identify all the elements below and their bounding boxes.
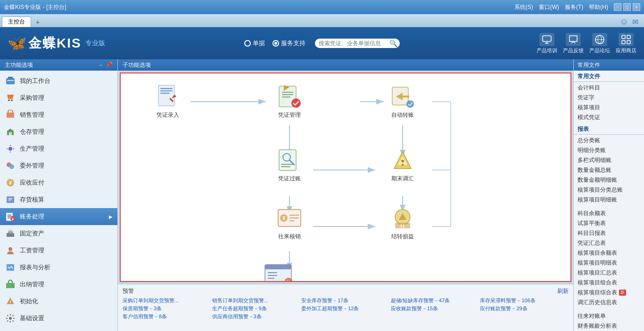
right-item-calc-comprehensive[interactable]: 核算项目综合表 新 <box>574 288 644 298</box>
right-item-voucher-summary[interactable]: 凭证汇总表 <box>574 238 644 248</box>
right-item-calc-class-total[interactable]: 核算项目分类总账 <box>574 185 644 195</box>
right-item-age-analysis[interactable]: 财务账龄分析表 <box>574 321 644 331</box>
preview-item-6[interactable]: 生产任务超期预警－9条 <box>212 305 301 312</box>
svg-point-13 <box>8 147 12 151</box>
right-item-qty-detail[interactable]: 数量金额明细账 <box>574 175 644 185</box>
right-item-counterpart-statement[interactable]: 往来对账单 <box>574 311 644 321</box>
sidebar-item-sales-label: 销售管理 <box>20 111 44 119</box>
right-item-calc-combine[interactable]: 核算项目组合表 <box>574 278 644 288</box>
radio-group: 单据 服务支持 <box>244 39 305 48</box>
preview-item-1[interactable]: 销售订单到期交货预警... <box>212 297 301 304</box>
payroll-icon <box>5 245 16 256</box>
node-voucher-entry[interactable]: 凭证录入 <box>149 83 187 119</box>
preview-item-2[interactable]: 安全库存预警－17条 <box>301 297 390 304</box>
radio-voucher[interactable]: 单据 <box>244 39 265 48</box>
sidebar-item-init-label: 初始化 <box>20 297 38 306</box>
node-carry-profit[interactable]: 转 结转损益 <box>384 204 421 241</box>
preview-item-0[interactable]: 采购订单到期交货预警... <box>123 297 211 304</box>
radio-dot-service <box>272 40 279 47</box>
preview-item-5[interactable]: 保质期预警－3条 <box>123 305 211 312</box>
sidebar-item-warehouse[interactable]: 仓存管理 <box>0 123 117 140</box>
sidebar-item-accounting[interactable]: ¥ 账务处理 ▶ <box>0 208 117 225</box>
right-item-trial-balance[interactable]: 试算平衡表 <box>574 218 644 228</box>
sidebar-item-purchase[interactable]: 采购管理 <box>0 89 117 106</box>
preview-item-7[interactable]: 委外加工超期预警－12条 <box>301 305 390 312</box>
search-input[interactable] <box>319 40 389 47</box>
flow-area: 凭证录入 凭证管理 <box>120 73 571 282</box>
tool-forum[interactable]: 产品论坛 <box>589 33 610 54</box>
radio-service[interactable]: 服务支持 <box>272 39 305 48</box>
tool-feedback[interactable]: 产品反馈 <box>563 33 584 54</box>
node-voucher-mgmt[interactable]: 凭证管理 <box>271 83 308 119</box>
preview-item-8[interactable]: 应收账款预警－15条 <box>391 305 479 312</box>
right-item-general-ledger[interactable]: 总分类账 <box>574 136 644 145</box>
right-item-multi-col[interactable]: 多栏式明细账 <box>574 155 644 165</box>
preview-item-3[interactable]: 超储/短缺库存预警－47条 <box>391 297 479 304</box>
sidebar-item-assets[interactable]: 固定资产 <box>0 225 117 242</box>
right-item-calc-detail[interactable]: 核算项目明细账 <box>574 195 644 205</box>
right-scroll: 常用文件 会计科目 凭证字 核算项目 模式凭证 报表 总分类账 明细分类账 多栏… <box>574 71 644 331</box>
title-bar: 金蝶KIS专业版 - [主控台] 系统(S) 窗口(W) 服务(T) 帮助(H)… <box>0 0 644 14</box>
node-period-close[interactable]: % 财务期末结账 <box>261 261 299 282</box>
svg-rect-2 <box>622 35 625 39</box>
sidebar-item-workbench[interactable]: 我的工作台 <box>0 73 117 89</box>
sidebar-item-outsource[interactable]: 委外管理 <box>0 157 117 174</box>
right-item-subject-balance[interactable]: 科目余额表 <box>574 209 644 218</box>
svg-point-10 <box>11 99 13 101</box>
menu-service[interactable]: 服务(T) <box>565 3 583 11</box>
minimize-button[interactable]: － <box>614 3 621 11</box>
search-icon[interactable]: 🔍 <box>389 40 397 47</box>
training-icon <box>539 33 554 46</box>
right-panel: 常用文件 常用文件 会计科目 凭证字 核算项目 模式凭证 报表 总分类账 明细分… <box>573 59 644 331</box>
sidebar-item-sales[interactable]: 销售管理 <box>0 106 117 123</box>
node-auto-transfer[interactable]: 自动转账 <box>384 83 421 119</box>
sidebar-item-reports[interactable]: 报表与分析 <box>0 259 117 276</box>
right-item-calc-item[interactable]: 核算项目 <box>574 103 644 113</box>
sidebar-item-settings[interactable]: 基础设置 <box>0 310 117 327</box>
svg-rect-4 <box>622 40 625 44</box>
svg-rect-3 <box>627 35 630 39</box>
sidebar-item-receivable[interactable]: ¥ 应收应付 <box>0 174 117 191</box>
message-icon[interactable]: ✉ <box>632 17 638 26</box>
auto-transfer-label: 自动转账 <box>391 111 414 119</box>
close-button[interactable]: × <box>633 3 640 11</box>
right-item-calc-balance[interactable]: 核算项目余额表 <box>574 248 644 258</box>
sidebar-item-payroll[interactable]: 工资管理 <box>0 242 117 259</box>
node-period-adjust[interactable]: 期末调汇 <box>384 146 421 183</box>
svg-rect-7 <box>8 77 13 79</box>
preview-item-4[interactable]: 库存呆滞料预警－106条 <box>480 297 569 304</box>
node-voucher-post[interactable]: 凭证过账 <box>271 146 308 183</box>
sidebar-item-init[interactable]: ! 初始化 <box>0 293 117 310</box>
tool-training[interactable]: 产品培训 <box>537 33 557 54</box>
preview-item-10[interactable]: 客户信用预警－8条 <box>123 313 211 320</box>
tool-appstore[interactable]: 应用商店 <box>616 33 636 54</box>
right-item-daily-report[interactable]: 科目日报表 <box>574 228 644 238</box>
refresh-button[interactable]: 刷新 <box>557 287 569 295</box>
right-item-detail-ledger[interactable]: 明细分类账 <box>574 145 644 155</box>
sidebar-item-inventory[interactable]: 存货核算 <box>0 191 117 208</box>
right-item-calc-detail2[interactable]: 核算项目明细表 <box>574 258 644 268</box>
tab-add-button[interactable]: + <box>33 17 42 27</box>
preview-item-9[interactable]: 应付账款预警－29条 <box>480 305 569 312</box>
right-item-voucher-char[interactable]: 凭证字 <box>574 93 644 103</box>
right-item-calc-summary[interactable]: 核算项目汇总表 <box>574 268 644 278</box>
tab-main[interactable]: 主控台 <box>2 16 31 27</box>
right-item-exchange-history[interactable]: 调汇历史信息表 <box>574 298 644 307</box>
sidebar-collapse[interactable]: － <box>98 61 104 69</box>
svg-point-15 <box>9 164 14 169</box>
right-item-qty-total[interactable]: 数量金额总账 <box>574 165 644 175</box>
node-reconcile[interactable]: ¥ 往来核销 <box>271 204 308 241</box>
right-item-account-subject[interactable]: 会计科目 <box>574 83 644 93</box>
sidebar-item-production[interactable]: 生产管理 <box>0 140 117 157</box>
svg-rect-8 <box>7 80 14 81</box>
menu-system[interactable]: 系统(S) <box>514 3 533 11</box>
sidebar-item-cashier[interactable]: 出纳管理 <box>0 276 117 293</box>
menu-window[interactable]: 窗口(W) <box>539 3 559 11</box>
logo-butterfly: 🦋 <box>8 34 26 52</box>
preview-item-11[interactable]: 供应商信用预警－3条 <box>212 313 301 320</box>
search-box: 🔍 <box>315 39 400 48</box>
maximize-button[interactable]: □ <box>623 3 631 11</box>
sidebar-pin[interactable]: 📌 <box>106 61 113 69</box>
right-item-template-voucher[interactable]: 模式凭证 <box>574 113 644 122</box>
menu-help[interactable]: 帮助(H) <box>589 3 608 11</box>
